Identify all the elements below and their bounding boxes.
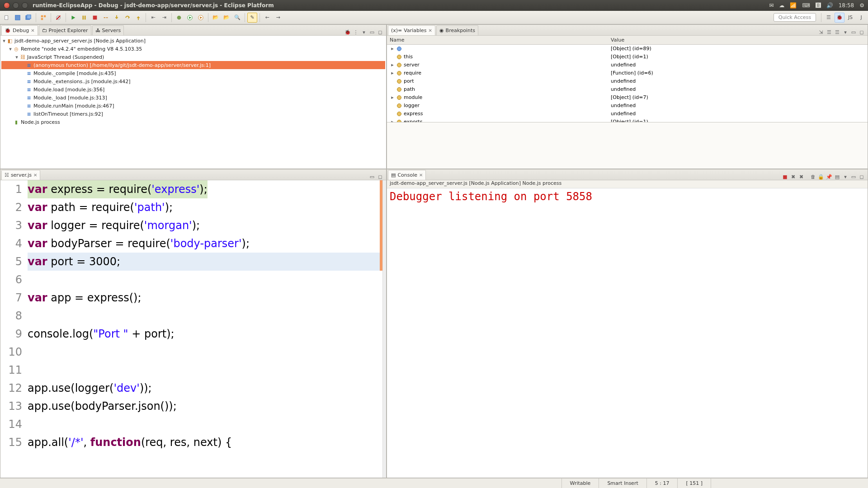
variable-detail-pane[interactable] [387, 122, 868, 169]
ext-tools-button[interactable] [196, 13, 206, 23]
debug-tree-row[interactable]: ≡(anonymous function) [/home/ilya/git/js… [1, 61, 385, 69]
debug-tree-row[interactable]: ≡Module.load [module.js:356] [1, 85, 385, 94]
terminate-button[interactable] [90, 13, 100, 23]
open-type-button[interactable]: 📂 [211, 13, 221, 23]
editor-tab[interactable]: ☵ server.js ✕ [1, 170, 40, 180]
tab-variables[interactable]: (x)= Variables ✕ [388, 25, 435, 35]
close-icon[interactable]: ✕ [33, 173, 37, 178]
tray-icon[interactable]: 📶 [790, 2, 797, 9]
variable-row[interactable]: ▸ require[Function] (id=6) [387, 69, 868, 77]
collapse-all-icon[interactable]: ⇲ [818, 29, 824, 35]
open-perspective-button[interactable]: ☰ [824, 13, 834, 23]
toggle-icon[interactable]: ☰ [826, 29, 832, 35]
js-perspective-button[interactable]: JS [845, 13, 855, 23]
tab-console[interactable]: ▤ Console ✕ [388, 170, 426, 180]
variable-row[interactable]: portundefined [387, 77, 868, 85]
toggle-mark-button[interactable]: ✎ [247, 13, 257, 23]
minimize-icon[interactable]: ▭ [850, 174, 857, 180]
column-name[interactable]: Name [387, 36, 608, 45]
maximize-icon[interactable]: ◻ [859, 174, 865, 180]
tab-breakpoints[interactable]: ◉ Breakpoints [436, 25, 478, 35]
new-button[interactable] [2, 13, 12, 23]
debug-tree-row[interactable]: ▾⛓JavaScript Thread (Suspended) [1, 53, 385, 61]
tray-icon[interactable]: ⚙ [859, 2, 864, 9]
pin-icon[interactable]: 📌 [826, 174, 832, 180]
overview-ruler[interactable] [382, 180, 386, 478]
debug-dropdown-button[interactable] [174, 13, 184, 23]
variable-row[interactable]: ▸ [Object] (id=89) [387, 45, 868, 53]
console-output-body[interactable]: Debugger listening on port 5858 [387, 188, 868, 478]
debug-tree-row[interactable]: ≡Module._load [module.js:313] [1, 94, 385, 102]
window-close-button[interactable] [4, 2, 10, 9]
view-menu-icon[interactable]: ⋮ [353, 29, 359, 35]
resume-button[interactable] [68, 13, 78, 23]
close-icon[interactable]: ✕ [419, 173, 423, 178]
scroll-lock-icon[interactable]: 🔒 [818, 174, 824, 180]
drop-to-frame-button[interactable]: ⇤ [148, 13, 158, 23]
column-value[interactable]: Value [608, 36, 868, 45]
view-dropdown-icon[interactable]: ▾ [361, 29, 367, 35]
debug-tree-row[interactable]: ≡Module.runMain [module.js:467] [1, 102, 385, 110]
variable-row[interactable]: this[Object] (id=1) [387, 53, 868, 61]
debug-tree-row[interactable]: ≡Module._extensions..js [module.js:442] [1, 77, 385, 85]
view-menu-icon[interactable]: 🐞 [344, 29, 351, 35]
debug-tree[interactable]: ▾◧jsdt-demo-app_server_server.js [Node.j… [0, 36, 386, 169]
remove-all-icon[interactable]: ✖ [798, 174, 805, 180]
variable-row[interactable]: loggerundefined [387, 102, 868, 110]
debug-tree-row[interactable]: ▾◧jsdt-demo-app_server_server.js [Node.j… [1, 37, 385, 45]
debug-tree-row[interactable]: ≡Module._compile [module.js:435] [1, 69, 385, 77]
open-task-button[interactable]: 📂 [222, 13, 231, 23]
save-all-button[interactable] [24, 13, 33, 23]
toggle-icon[interactable]: ☰ [834, 29, 840, 35]
run-dropdown-button[interactable] [185, 13, 195, 23]
variable-row[interactable]: pathundefined [387, 85, 868, 94]
debug-tree-row[interactable]: ▮Node.js process [1, 118, 385, 126]
tab-servers[interactable]: 🖧 Servers [92, 25, 124, 35]
line-gutter[interactable]: 123456789101112131415 [0, 180, 26, 478]
window-minimize-button[interactable] [13, 2, 19, 9]
tray-icon[interactable]: 🅱 [816, 2, 821, 9]
minimize-icon[interactable]: ▭ [850, 29, 857, 35]
remove-launch-icon[interactable]: ✖ [790, 174, 797, 180]
variable-row[interactable]: expressundefined [387, 110, 868, 118]
code-area[interactable]: var express = require('express');var pat… [26, 180, 382, 478]
variables-table-body[interactable]: Name Value ▸ [Object] (id=89) this[Objec… [387, 36, 868, 122]
debug-tree-row[interactable]: ≡listOnTimeout [timers.js:92] [1, 110, 385, 118]
step-filters-button[interactable]: ⇥ [159, 13, 169, 23]
step-over-button[interactable] [123, 13, 132, 23]
variable-row[interactable]: ▸ exports[Object] (id=1) [387, 118, 868, 122]
minimize-icon[interactable]: ▭ [369, 174, 375, 180]
maximize-icon[interactable]: ◻ [377, 174, 383, 180]
quick-access-input[interactable]: Quick Access [774, 13, 816, 22]
tray-icon[interactable]: ☁ [779, 2, 784, 9]
display-icon[interactable]: ▤ [834, 174, 840, 180]
debug-tree-row[interactable]: ▾◎Remote "node v4.2.4" embedding V8 4.5.… [1, 45, 385, 53]
perspective-button[interactable] [38, 13, 48, 23]
tab-project-explorer[interactable]: 🗀 Project Explorer [39, 25, 91, 35]
minimize-icon[interactable]: ▭ [369, 29, 375, 35]
tray-icon[interactable]: 🔊 [826, 2, 833, 9]
maximize-icon[interactable]: ◻ [377, 29, 383, 35]
maximize-icon[interactable]: ◻ [859, 29, 865, 35]
tray-clock[interactable]: 18:58 [839, 2, 854, 9]
tray-icon[interactable]: ✉ [769, 2, 774, 9]
debug-perspective-button[interactable]: 🐞 [835, 13, 844, 23]
search-button[interactable]: 🔍 [232, 13, 242, 23]
tray-icon[interactable]: ⌨ [802, 2, 810, 9]
step-return-button[interactable] [133, 13, 143, 23]
skip-breakpoints-button[interactable] [53, 13, 63, 23]
suspend-button[interactable] [79, 13, 89, 23]
window-maximize-button[interactable] [22, 2, 28, 9]
variable-row[interactable]: ▸ module[Object] (id=7) [387, 94, 868, 102]
nav-back-button[interactable]: ← [262, 13, 272, 23]
close-icon[interactable]: ✕ [31, 28, 34, 33]
variable-row[interactable]: ▸ serverundefined [387, 61, 868, 69]
nav-fwd-button[interactable]: → [273, 13, 283, 23]
disconnect-button[interactable] [101, 13, 111, 23]
view-dropdown-icon[interactable]: ▾ [842, 29, 849, 35]
tab-debug[interactable]: 🐞 Debug ✕ [1, 25, 38, 35]
open-console-icon[interactable]: ▾ [842, 174, 849, 180]
jee-perspective-button[interactable]: J [856, 13, 866, 23]
editor-body[interactable]: 123456789101112131415 var express = requ… [0, 180, 386, 478]
close-icon[interactable]: ✕ [429, 28, 432, 33]
